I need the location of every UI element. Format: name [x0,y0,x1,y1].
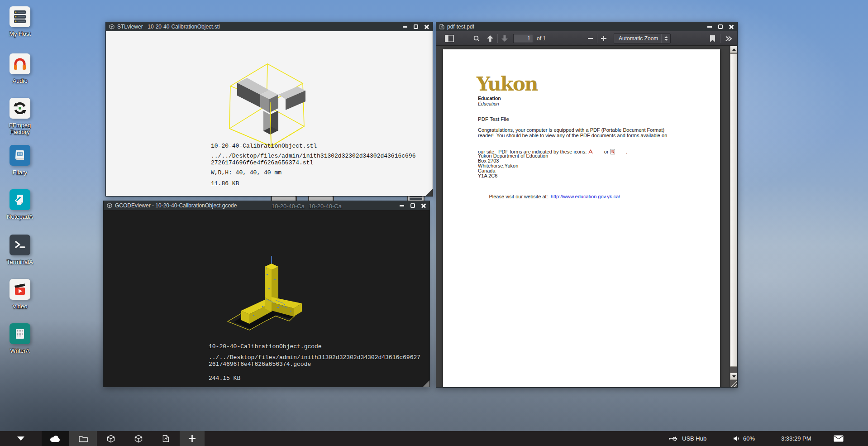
scroll-down-button[interactable] [730,373,737,380]
stlviewer-window: STLviewer - 10-20-40-CalibrationObject.s… [105,22,433,197]
headphones-icon [10,53,30,74]
vertical-scrollbar[interactable] [730,46,737,387]
volume-label: 60% [743,435,755,442]
desktop-icon-notepada[interactable]: NotepadA [4,189,36,220]
scrollbar-thumb[interactable] [730,53,737,367]
taskbar-menu-button[interactable] [0,431,42,446]
server-icon [10,6,30,27]
stl-path-line1: ../../Desktop/files/admin/inith31302d323… [211,153,415,159]
maximize-button[interactable] [718,24,723,29]
taskbar-gcodeviewer-button[interactable] [124,431,152,446]
taskbar-new-window-button[interactable] [180,431,205,446]
note-pencil-icon [10,189,30,210]
gcode-path-line1: ../../Desktop/files/admin/inith31302d323… [209,354,420,361]
pdf-form-icon [610,138,625,165]
scroll-up-button[interactable] [730,46,737,53]
pdf-viewer-area: Yukon Education Éducation PDF Test File … [436,46,737,387]
desktop-icon-partial-label: 10-20-40-Ca [272,203,305,210]
pdf-paragraph-line3-period: . [626,149,627,154]
pdf-paragraph-line2: reader! You should be able to view any o… [478,133,667,138]
desktop-icon-label: NotepadA [4,213,36,220]
close-button[interactable] [729,24,734,29]
pdf-titlebar[interactable]: pdf-test.pdf [436,22,737,31]
gcode-model-render [221,252,321,337]
bookmark-icon[interactable] [707,33,718,44]
cloud-icon [49,435,62,443]
desktop-icon-writera[interactable]: WriterA [4,323,36,354]
taskbar-cloud-button[interactable] [42,431,69,446]
maximize-button[interactable] [410,203,415,208]
clock[interactable]: 3:33:29 PM [781,431,811,446]
zoom-select[interactable]: Automatic Zoom [614,34,671,43]
desktop-icon-label: Video [4,303,36,310]
resize-grip[interactable] [423,380,429,387]
maximize-button[interactable] [413,24,419,29]
gcode-3d-viewport[interactable]: 10-20-40-CalibrationObject.gcode ../../D… [104,210,429,387]
volume-status[interactable]: 60% [733,431,755,446]
window-title: STLviewer - 10-20-40-CalibrationObject.s… [117,24,220,30]
desktop-icon-my-host[interactable]: My Host [4,6,36,37]
taskbar-stlviewer-button[interactable] [97,431,124,446]
cube-icon [107,203,112,208]
desktop-icon-terminala[interactable]: TerminalA [4,235,36,265]
usb-label: USB Hub [682,435,706,442]
pdf-paragraph-line3: our site. PDF forms are indicated by the… [478,138,627,165]
resize-grip[interactable] [425,189,433,196]
desktop-icon-ffmpeg-factory[interactable]: FFmpeg Factory [4,98,36,135]
minimize-button[interactable] [402,24,408,29]
speaker-icon [733,436,740,441]
gcode-filesize: 244.15 KB [209,375,240,382]
desktop-icon-label: Filary [4,169,36,176]
desktop-icon-video[interactable]: Video [4,279,36,310]
stl-filename: 10-20-40-CalibrationObject.stl [211,143,317,149]
desktop-icon-label: Audio [4,77,36,84]
minimize-button[interactable] [707,24,712,29]
taskbar: USB Hub 60% 3:33:29 PM [0,431,868,446]
pdf-paragraph-line1: Congratulations, your computer is equipp… [478,127,664,133]
mail-status[interactable] [834,431,844,446]
next-page-button[interactable] [499,33,510,44]
gcodeviewer-titlebar[interactable]: GCODEviewer - 10-20-40-CalibrationObject… [104,201,429,210]
close-button[interactable] [424,24,429,29]
close-button[interactable] [421,203,426,208]
plus-icon [189,435,196,442]
pdf-page-icon [439,24,444,29]
previous-page-button[interactable] [484,33,496,44]
pdf-toolbar: of 1 Automatic Zoom [436,31,737,46]
cube-icon [107,435,115,443]
logo-subtitle-en: Education [478,96,501,101]
stl-3d-viewport[interactable]: 10-20-40-CalibrationObject.stl ../../Des… [106,31,433,196]
desktop-icon-partial-label: 10-20-40-Ca [309,203,342,210]
gcode-path-line2: 26174696f6e4f626a656374.gcode [209,361,311,368]
book-icon [10,145,30,166]
zoom-select-value: Automatic Zoom [619,35,658,42]
page-number-input[interactable] [513,34,533,43]
clapperboard-play-icon [10,279,30,300]
desktop-icon-label: My Host [4,30,36,37]
minimize-button[interactable] [399,203,405,208]
acrobat-pdf-icon [588,139,602,165]
pdf-page-icon [162,435,169,442]
taskbar-pdf-button[interactable] [152,431,180,446]
zoom-out-button[interactable] [585,33,596,44]
taskbar-folder-button[interactable] [69,431,97,446]
desktop-icon-audio[interactable]: Audio [4,53,36,84]
clock-label: 3:33:29 PM [781,435,811,442]
pdf-paragraph-line3-or: or [604,149,609,154]
stlviewer-titlebar[interactable]: STLviewer - 10-20-40-CalibrationObject.s… [106,22,433,31]
envelope-icon [834,435,844,442]
website-label: Please visit our website at: [489,194,548,199]
website-link[interactable]: http://www.education.gov.yk.ca/ [551,194,620,199]
gcodeviewer-window: GCODEviewer - 10-20-40-CalibrationObject… [103,201,430,387]
desktop-icon-label: FFmpeg Factory [4,122,36,135]
usb-status[interactable]: USB Hub [669,431,706,446]
page-count-label: of 1 [537,35,546,42]
search-icon[interactable] [471,33,482,44]
window-title: GCODEviewer - 10-20-40-CalibrationObject… [115,202,237,209]
desktop-icon-filary[interactable]: Filary [4,145,36,176]
desktop-icon-label: WriterA [4,347,36,354]
zoom-in-button[interactable] [598,33,609,44]
stl-filesize: 11.86 KB [211,180,239,187]
toolbar-more-chevrons[interactable] [722,33,735,44]
sidebar-toggle-button[interactable] [443,33,456,44]
